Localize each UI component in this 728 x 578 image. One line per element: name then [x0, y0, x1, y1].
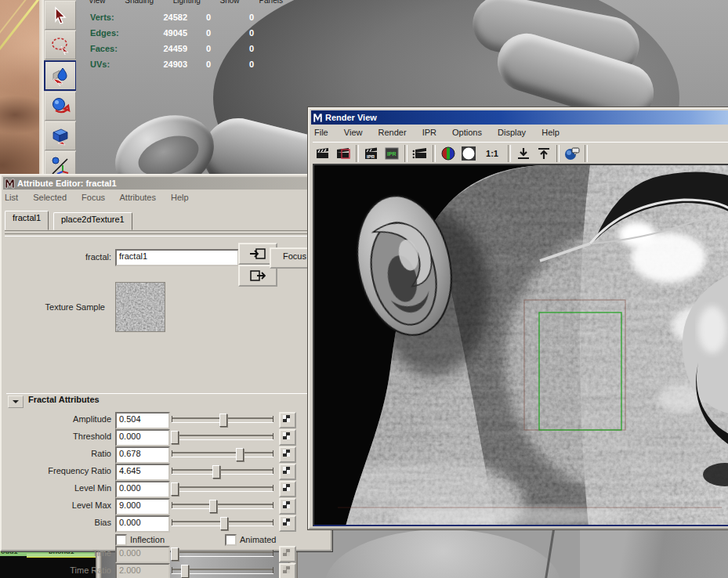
map-texture-button[interactable] — [279, 412, 296, 428]
ae-menu-focus[interactable]: Focus — [81, 193, 105, 202]
render-view-window: Render View File View Render IPR Options… — [308, 107, 728, 529]
tab-place2dtexture1[interactable]: place2dTexture1 — [53, 212, 132, 230]
texture-sample-swatch[interactable] — [115, 282, 165, 332]
attr-slider[interactable] — [172, 486, 273, 492]
move-tool-button[interactable] — [45, 92, 76, 121]
attr-slider[interactable] — [172, 417, 273, 423]
hud-value: 0 — [187, 44, 230, 53]
remove-image-up-arrow-icon — [537, 147, 551, 160]
attr-slider[interactable] — [172, 435, 273, 440]
attr-input[interactable]: 4.645 — [115, 464, 170, 481]
ae-menu-selected[interactable]: Selected — [33, 193, 67, 202]
hud-value: 0 — [230, 60, 273, 69]
keep-image-down-arrow-icon — [516, 147, 531, 160]
node-name-label: fractal: — [3, 252, 111, 262]
snapshot-button[interactable] — [410, 145, 430, 162]
redo-render-clapper-icon — [335, 147, 351, 160]
toolbar-separator — [404, 145, 407, 162]
node-name-input[interactable]: fractal1 — [115, 249, 239, 266]
viewport-menu-show[interactable]: Show — [220, 0, 240, 5]
attr-slider[interactable] — [172, 469, 273, 475]
render-view-titlebar[interactable]: Render View — [311, 110, 728, 125]
ipr-render-clapper-icon: IPR — [364, 147, 379, 160]
slider-handle[interactable] — [212, 465, 220, 479]
display-alpha-channel-button[interactable] — [458, 145, 479, 162]
rv-menu-render[interactable]: Render — [378, 128, 407, 137]
collapse-section-button[interactable] — [8, 396, 24, 408]
rv-menu-file[interactable]: File — [314, 128, 328, 137]
slider-handle[interactable] — [236, 448, 244, 461]
slider-handle[interactable] — [171, 482, 179, 496]
attribute-editor-body: fractal: fractal1 Focus Texture Sample — [3, 233, 329, 548]
slider-handle — [171, 547, 179, 561]
attr-label: Frequency Ratio — [3, 466, 111, 475]
hud-value: 0 — [230, 13, 273, 22]
rv-menu-options[interactable]: Options — [452, 128, 482, 137]
attribute-editor-window: Attribute Editor: fractal1 _ List Select… — [0, 174, 332, 551]
toolbar-separator — [508, 145, 511, 162]
rv-menu-help[interactable]: Help — [541, 128, 560, 137]
move-tool-icon — [50, 96, 71, 117]
select-tool-button[interactable] — [45, 1, 76, 30]
attribute-editor-menubar: List Selected Focus Attributes Help — [5, 193, 201, 204]
map-texture-button[interactable] — [279, 464, 296, 480]
viewport-menu-lighting[interactable]: Lighting — [173, 0, 201, 5]
checker-map-icon — [283, 549, 290, 556]
attr-input[interactable]: 0.000 — [115, 481, 170, 498]
divider — [5, 233, 328, 237]
viewport-menu-panels[interactable]: Panels — [259, 0, 283, 5]
map-texture-button[interactable] — [279, 429, 296, 446]
render-globals-button[interactable] — [562, 145, 582, 162]
attr-slider[interactable] — [172, 504, 273, 509]
zoom-one-to-one-button[interactable]: 1:1 — [479, 145, 505, 162]
attr-input[interactable]: 0.000 — [115, 429, 170, 446]
slider-handle[interactable] — [220, 517, 228, 530]
attr-input[interactable]: 0.678 — [115, 446, 170, 464]
checker-map-icon — [283, 450, 290, 457]
viewport-menu-shading[interactable]: Shading — [125, 0, 154, 5]
ae-menu-help[interactable]: Help — [171, 193, 189, 202]
rv-menu-view[interactable]: View — [344, 128, 363, 137]
map-texture-button[interactable] — [279, 446, 296, 463]
ae-menu-list[interactable]: List — [5, 193, 18, 202]
maya-desktop: View Shading Lighting Show Panels Verts:… — [0, 0, 728, 578]
slider-handle[interactable] — [219, 414, 227, 427]
animated-checkbox[interactable] — [225, 534, 237, 546]
attr-slider[interactable] — [172, 452, 273, 457]
render-current-frame-button[interactable] — [313, 145, 333, 162]
rendered-image-area[interactable] — [313, 164, 728, 526]
redo-previous-render-button[interactable] — [333, 145, 353, 162]
lasso-select-tool-button[interactable] — [45, 31, 76, 60]
map-texture-button[interactable] — [279, 515, 296, 532]
hud-value: 24459 — [142, 44, 187, 53]
map-texture-button[interactable] — [279, 498, 296, 515]
inflection-checkbox[interactable] — [115, 534, 127, 546]
scale-tool-button[interactable] — [45, 121, 76, 150]
ipr-update-button[interactable]: IPR — [382, 145, 402, 162]
paint-selection-tool-button[interactable] — [44, 60, 77, 91]
attr-input[interactable]: 0.504 — [115, 412, 170, 429]
animated-label: Animated — [240, 535, 276, 544]
ae-menu-attributes[interactable]: Attributes — [119, 193, 155, 202]
attribute-editor-titlebar[interactable]: Attribute Editor: fractal1 _ — [3, 177, 329, 190]
hud-row-edges: Edges: 49045 0 0 — [90, 25, 273, 41]
rv-menu-display[interactable]: Display — [498, 128, 526, 137]
attr-slider-disabled — [172, 551, 273, 557]
slider-handle[interactable] — [171, 431, 179, 444]
skin-texture-image — [0, 0, 43, 174]
hud-value: 0 — [187, 60, 230, 69]
attr-slider[interactable] — [172, 521, 273, 526]
rv-menu-ipr[interactable]: IPR — [422, 128, 436, 137]
attr-input[interactable]: 9.000 — [115, 498, 170, 515]
hud-value: 24903 — [142, 60, 187, 69]
viewport-menu-view[interactable]: View — [89, 0, 106, 5]
map-texture-button[interactable] — [279, 481, 296, 497]
tab-fractal1[interactable]: fractal1 — [5, 211, 49, 230]
remove-image-button[interactable] — [534, 145, 554, 162]
ipr-render-button[interactable]: IPR — [361, 145, 382, 162]
keep-image-button[interactable] — [513, 145, 534, 162]
display-rgb-channels-button[interactable] — [438, 145, 458, 162]
slider-handle[interactable] — [209, 500, 217, 513]
hud-label: UVs: — [90, 60, 142, 69]
attr-input[interactable]: 0.000 — [115, 515, 170, 533]
